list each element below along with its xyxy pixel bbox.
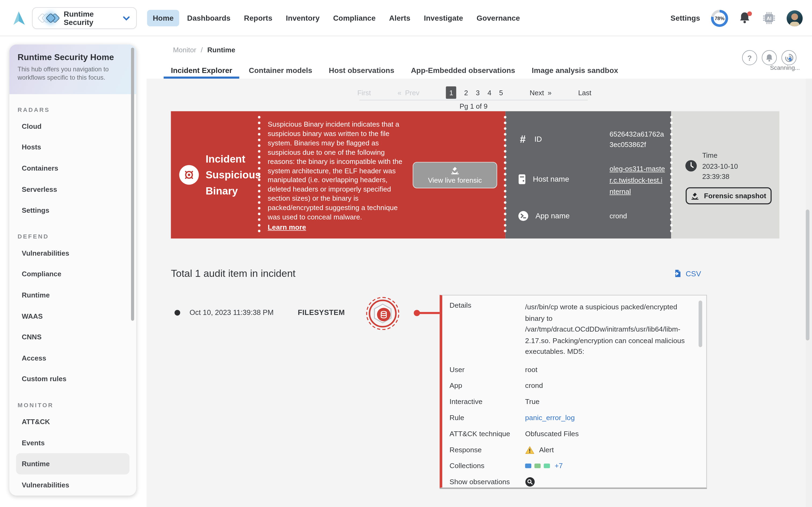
settings-link[interactable]: Settings bbox=[670, 14, 700, 22]
sidebar-item-runtime-defend[interactable]: Runtime bbox=[16, 285, 130, 305]
csv-export-link[interactable]: CSV bbox=[673, 269, 701, 278]
sidebar-item-hosts[interactable]: Hosts bbox=[16, 137, 130, 158]
page-2[interactable]: 2 bbox=[464, 89, 468, 97]
scanning-status-button[interactable] bbox=[781, 50, 797, 65]
incident-target-icon bbox=[179, 165, 199, 184]
collection-swatch-green[interactable] bbox=[535, 463, 541, 468]
sidebar-item-vulnerabilities-monitor[interactable]: Vulnerabilities bbox=[16, 474, 130, 495]
sidebar-item-settings[interactable]: Settings bbox=[16, 200, 130, 221]
app-terminal-icon bbox=[518, 210, 529, 221]
product-selector[interactable]: Runtime Security bbox=[32, 7, 137, 29]
sidebar-item-waas[interactable]: WAAS bbox=[16, 305, 130, 327]
sidebar-description: This hub offers you navigation to workfl… bbox=[18, 66, 123, 82]
pagination-last[interactable]: Last bbox=[578, 89, 591, 97]
nav-item-governance[interactable]: Governance bbox=[471, 10, 525, 26]
radar-scan-icon bbox=[784, 53, 794, 62]
breadcrumb: Monitor / Runtime bbox=[173, 46, 235, 54]
rule-link[interactable]: panic_error_log bbox=[525, 412, 693, 423]
details-scrollbar[interactable] bbox=[699, 300, 702, 347]
tab-app-embedded-observations[interactable]: App-Embedded observations bbox=[404, 63, 522, 78]
nav-item-home[interactable]: Home bbox=[147, 10, 180, 26]
tab-host-observations[interactable]: Host observations bbox=[321, 63, 401, 78]
page-1[interactable]: 1 bbox=[446, 87, 456, 99]
incident-host-link[interactable]: oleg-os311-master.c.twistlock-test.inter… bbox=[610, 163, 665, 198]
detail-row-response: Response Alert bbox=[450, 442, 693, 458]
incident-app-value: crond bbox=[610, 211, 665, 222]
runtime-security-app: Runtime Security Home Dashboards Reports… bbox=[0, 0, 812, 507]
csv-export-icon bbox=[673, 269, 682, 278]
collection-swatch-teal[interactable] bbox=[544, 463, 550, 468]
nav-item-investigate[interactable]: Investigate bbox=[418, 10, 469, 26]
detail-row-user: User root bbox=[450, 361, 693, 378]
notifications-bell-icon[interactable] bbox=[739, 11, 751, 25]
help-button[interactable]: ? bbox=[742, 50, 757, 65]
nav-item-compliance[interactable]: Compliance bbox=[327, 10, 381, 26]
forensic-snapshot-button[interactable]: Forensic snapshot bbox=[686, 187, 771, 205]
filesystem-incident-badge[interactable] bbox=[366, 297, 399, 330]
page-3[interactable]: 3 bbox=[476, 89, 479, 97]
audit-total-heading: Total 1 audit item in incident bbox=[171, 268, 295, 279]
prisma-logo-icon[interactable] bbox=[12, 10, 26, 26]
tab-image-analysis-sandbox[interactable]: Image analysis sandbox bbox=[524, 63, 625, 78]
id-hash-icon: # bbox=[518, 133, 528, 145]
sidebar-item-events[interactable]: Events bbox=[16, 433, 130, 453]
page-4[interactable]: 4 bbox=[487, 89, 491, 97]
page-scrollbar[interactable] bbox=[806, 210, 810, 340]
pagination-first[interactable]: First bbox=[357, 89, 371, 97]
sidebar-item-access[interactable]: Access bbox=[16, 348, 130, 369]
nav-item-alerts[interactable]: Alerts bbox=[384, 10, 416, 26]
collections-more-link[interactable]: +7 bbox=[555, 460, 563, 471]
sidebar-item-cloud[interactable]: Cloud bbox=[16, 116, 130, 137]
nav-item-inventory[interactable]: Inventory bbox=[280, 10, 325, 26]
detail-row-rule: Rule panic_error_log bbox=[450, 410, 693, 426]
ai-assistant-icon[interactable]: AI bbox=[762, 11, 776, 25]
help-icon: ? bbox=[747, 54, 752, 62]
sidebar-item-cnns[interactable]: CNNS bbox=[16, 327, 130, 348]
sidebar-item-serverless[interactable]: Serverless bbox=[16, 179, 130, 200]
audit-category: FILESYSTEM bbox=[298, 308, 345, 317]
scanning-label: Scanning... bbox=[770, 65, 810, 71]
svg-text:#: # bbox=[520, 133, 525, 145]
sidebar-title: Runtime Security Home bbox=[18, 52, 128, 62]
breadcrumb-monitor[interactable]: Monitor bbox=[173, 46, 196, 54]
sidebar-scrollbar[interactable] bbox=[131, 48, 134, 321]
credits-percent-label: 78% bbox=[711, 10, 728, 27]
time-label: Time bbox=[702, 151, 738, 161]
collection-swatch-blue[interactable] bbox=[525, 463, 531, 468]
pagination-prev[interactable]: « Prev bbox=[397, 89, 419, 97]
sidebar-item-vulnerabilities[interactable]: Vulnerabilities bbox=[16, 242, 130, 264]
product-selector-label: Runtime Security bbox=[64, 10, 123, 26]
learn-more-link[interactable]: Learn more bbox=[268, 223, 306, 232]
dotted-divider bbox=[258, 114, 260, 235]
pagination-next[interactable]: Next » bbox=[529, 89, 552, 97]
pagination-pages: 1 2 3 4 5 bbox=[446, 87, 503, 99]
next-glyph-icon: » bbox=[548, 89, 552, 97]
incident-title: Incident Suspicious Binary bbox=[206, 151, 261, 199]
svg-text:AI: AI bbox=[767, 15, 771, 21]
user-avatar[interactable] bbox=[786, 10, 803, 26]
pagination-status: Pg 1 of 9 bbox=[359, 103, 588, 110]
incident-description: Suspicious Binary incident indicates tha… bbox=[268, 120, 409, 232]
incident-banner-fields: # ID 6526432a61762a3ec053862f Host name … bbox=[505, 111, 671, 238]
alerts-bell-button[interactable] bbox=[762, 50, 777, 65]
nav-item-reports[interactable]: Reports bbox=[238, 10, 278, 26]
nav-item-dashboards[interactable]: Dashboards bbox=[182, 10, 236, 26]
incident-field-label: App name bbox=[536, 212, 569, 220]
sidebar-item-runtime-monitor[interactable]: Runtime bbox=[16, 453, 130, 474]
credits-progress-ring[interactable]: 78% bbox=[711, 10, 728, 27]
incident-banner-summary: Incident Suspicious Binary Suspicious Bi… bbox=[171, 111, 505, 238]
sidebar-item-compliance[interactable]: Compliance bbox=[16, 264, 130, 285]
sidebar-item-attck[interactable]: ATT&CK bbox=[16, 411, 130, 432]
incident-id-value: 6526432a61762a3ec053862f bbox=[610, 129, 665, 150]
clock-icon bbox=[685, 160, 697, 174]
view-live-forensic-button[interactable]: View live forensic bbox=[413, 162, 497, 188]
show-observations-button[interactable] bbox=[525, 477, 693, 487]
page-5[interactable]: 5 bbox=[499, 89, 503, 97]
sidebar-header: Runtime Security Home This hub offers yo… bbox=[9, 45, 136, 94]
sidebar-item-custom-rules[interactable]: Custom rules bbox=[16, 369, 130, 390]
tab-incident-explorer[interactable]: Incident Explorer bbox=[163, 63, 239, 78]
prev-glyph-icon: « bbox=[397, 89, 401, 97]
sidebar-runtime-security-home: Runtime Security Home This hub offers yo… bbox=[9, 45, 136, 496]
sidebar-item-containers[interactable]: Containers bbox=[16, 158, 130, 179]
tab-container-models[interactable]: Container models bbox=[242, 63, 319, 78]
